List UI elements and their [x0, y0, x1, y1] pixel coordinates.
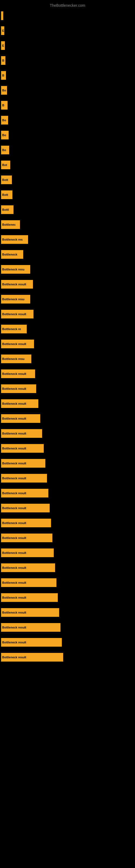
result-bar: Bottleneck result [1, 563, 55, 572]
result-bar: Bottleneck result [1, 593, 58, 602]
bar-label: Bottleneck [2, 253, 17, 256]
bar-row: Bottleneck result [0, 545, 135, 560]
result-bar: Bottleneck res [1, 235, 28, 244]
bar-row: B [0, 68, 135, 83]
bar-label: Bottleneck resu [2, 298, 25, 301]
bar-label: Bottleneck resu [2, 357, 25, 361]
bar-label: E [2, 44, 4, 47]
bar-row: Bottleneck result [0, 560, 135, 575]
bar-row: Bottleneck result [0, 650, 135, 664]
result-bar: E [1, 41, 5, 50]
bar-row: Bottleneck result [0, 441, 135, 456]
bar-label: Bottleneck result [2, 447, 26, 450]
bar-label: Bottleneck re [2, 328, 21, 331]
bar-row: Bottl [0, 202, 135, 217]
bar-label: B [2, 59, 4, 62]
bar-row: Bo [0, 143, 135, 157]
result-bar: Bottleneck [1, 250, 23, 259]
result-bar: B [1, 101, 8, 110]
bar-row: Bottleneck result [0, 486, 135, 500]
bar-label: Bottleneck result [2, 536, 26, 539]
bar-row: Bottleneck result [0, 426, 135, 441]
bar-row: Bottleneck result [0, 336, 135, 351]
bar-row: Bottleneck result [0, 620, 135, 635]
result-bar: Bottleneck result [1, 489, 48, 497]
bar-label: Bott [2, 178, 8, 182]
bar-row: Bot [0, 157, 135, 172]
result-bar: Bottl [1, 205, 13, 214]
bar-row: Bottleneck result [0, 575, 135, 590]
bar-row: Bottleneck result [0, 635, 135, 650]
bar-label: Bottleneck result [2, 372, 26, 375]
result-bar: Bo [1, 116, 8, 124]
result-bar: Bottleneck result [1, 310, 34, 318]
bar-label: Bottleneck result [2, 432, 26, 435]
bar-row: Bo [0, 127, 135, 143]
bars-container: EEBBBoBBoBoBoBotBottBottBottlBottlenecBo… [0, 8, 135, 664]
bar-label: B [2, 74, 4, 77]
bar-row: Bottleneck result [0, 396, 135, 411]
bar-label: Bottleneck result [2, 342, 26, 346]
bar-label: Bottleneck resu [2, 268, 25, 271]
result-bar: Bottleneck result [1, 608, 59, 617]
bar-row: Bottleneck result [0, 471, 135, 486]
bar-label: Bot [2, 163, 7, 166]
bar-label: Bo [2, 89, 6, 92]
result-bar: Bottleneck resu [1, 295, 30, 304]
bar-row: E [0, 38, 135, 53]
result-bar: B [1, 56, 5, 65]
bar-label: Bottleneck result [2, 596, 26, 599]
result-bar: Bo [1, 146, 9, 154]
result-bar: Bottleneck result [1, 384, 36, 393]
result-bar: Bottleneck resu [1, 354, 31, 363]
bar-row: Bottlenec [0, 217, 135, 232]
result-bar: Bottleneck re [1, 325, 27, 333]
bar-label: Bottleneck result [2, 417, 26, 420]
bar-row: Bottleneck result [0, 500, 135, 516]
result-bar: Bottleneck result [1, 653, 63, 661]
bar-label: Bottleneck result [2, 476, 26, 480]
bar-row: E [0, 23, 135, 38]
bar-label: Bottleneck result [2, 626, 26, 629]
result-bar: Bottleneck result [1, 459, 45, 468]
bar-label: Bottleneck result [2, 551, 26, 554]
bar-row: Bottleneck result [0, 366, 135, 381]
bar-label: Bottleneck result [2, 521, 26, 525]
result-bar: Bottlenec [1, 220, 20, 229]
result-bar: Bottleneck result [1, 623, 60, 632]
bar-row: B [0, 53, 135, 68]
bar-row: Bottleneck result [0, 381, 135, 396]
result-bar: Bottleneck result [1, 399, 38, 408]
bar-row: Bottleneck re [0, 321, 135, 336]
bar-row: Bo [0, 113, 135, 127]
bar-row: Bo [0, 83, 135, 98]
bar-label: E [2, 29, 4, 32]
result-bar: Bottleneck result [1, 444, 44, 453]
bar-row: Bottleneck result [0, 277, 135, 291]
bar-row: Bott [0, 187, 135, 202]
bar-row: Bottleneck result [0, 530, 135, 545]
bar-row: Bottleneck resu [0, 351, 135, 366]
result-bar: Bottleneck result [1, 340, 34, 348]
bar-label: Bottleneck result [2, 506, 26, 510]
result-bar: Bottleneck result [1, 414, 40, 423]
bar-row: B [0, 98, 135, 113]
result-bar: Bottleneck result [1, 533, 52, 542]
bar-row: Bottleneck [0, 247, 135, 262]
bar-row: Bottleneck result [0, 456, 135, 471]
bar-label: Bo [2, 148, 6, 152]
bar-row: Bottleneck result [0, 307, 135, 321]
bar-label: Bo [2, 119, 6, 122]
result-bar: E [1, 26, 4, 35]
bar-label: Bottleneck result [2, 402, 26, 405]
bar-row: Bottleneck result [0, 411, 135, 426]
bar-row: Bott [0, 172, 135, 187]
bar-label: Bottleneck result [2, 566, 26, 569]
bar-row: Bottleneck result [0, 605, 135, 620]
bar-label: Bottleneck result [2, 283, 26, 286]
bar-label: Bo [2, 133, 6, 137]
bar-label: Bott [2, 193, 8, 196]
result-bar: Bottleneck result [1, 638, 62, 647]
result-bar: B [1, 71, 6, 80]
bar-label: B [2, 104, 4, 107]
